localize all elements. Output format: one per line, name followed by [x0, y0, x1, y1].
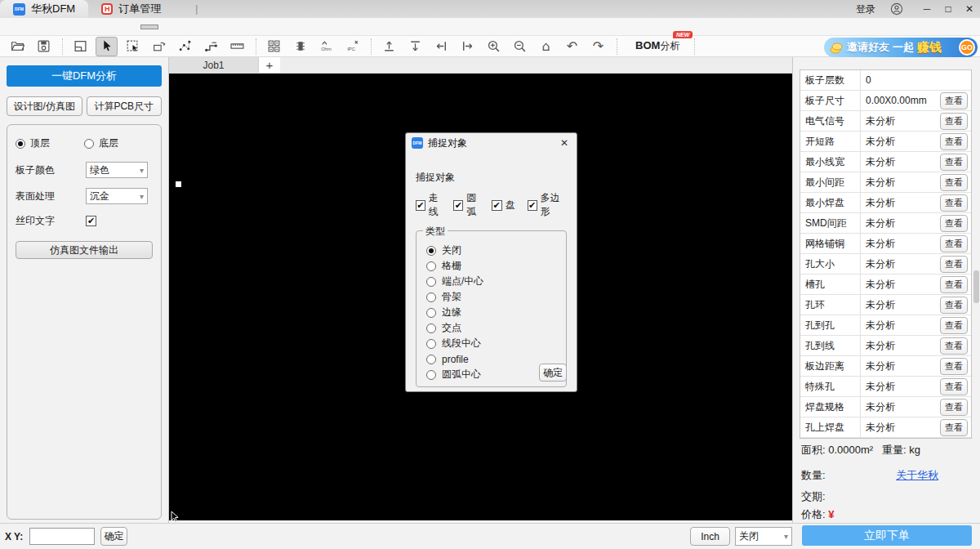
design-sim-button[interactable]: 设计图/仿真图 — [7, 96, 82, 116]
view-button[interactable]: 查看 — [940, 378, 968, 395]
ohm-measure-button[interactable]: Ohm — [315, 37, 337, 56]
transform-button[interactable] — [148, 37, 170, 56]
view-button[interactable]: 查看 — [940, 215, 968, 232]
view-button[interactable]: 查看 — [940, 235, 968, 252]
menu-item[interactable] — [42, 25, 60, 29]
user-icon[interactable] — [890, 2, 903, 16]
view-button[interactable]: 查看 — [940, 174, 968, 191]
flip-right-button[interactable] — [457, 37, 479, 56]
view-button[interactable]: 查看 — [940, 154, 968, 171]
bom-analysis-button[interactable]: BOM分析 NEW — [627, 37, 688, 56]
snap-checkbox[interactable]: ✔ 走线 — [416, 191, 446, 219]
view-button[interactable]: 查看 — [940, 358, 968, 375]
scrollbar-thumb[interactable] — [973, 270, 979, 303]
view-button[interactable]: 查看 — [940, 256, 968, 273]
menu-item[interactable] — [101, 25, 119, 29]
menu-item[interactable] — [180, 25, 198, 29]
view-button[interactable]: 查看 — [940, 399, 968, 416]
dfm-logo-icon: DFM — [13, 3, 25, 16]
open-file-button[interactable] — [7, 37, 29, 56]
zoom-out-button[interactable] — [509, 37, 531, 56]
board-view-button[interactable] — [69, 37, 91, 56]
flip-up-button[interactable] — [378, 37, 400, 56]
xy-confirm-button[interactable]: 确定 — [100, 527, 127, 546]
board-color-select[interactable]: 绿色 ▾ — [86, 162, 148, 178]
panelize-button[interactable] — [263, 37, 285, 56]
menu-item[interactable] — [82, 25, 100, 29]
snap-type-radio[interactable]: 线段中心 — [423, 336, 559, 351]
dfm-analyze-button[interactable]: 一键DFM分析 — [7, 65, 162, 87]
box-select-button[interactable] — [122, 37, 144, 56]
view-button[interactable]: 查看 — [940, 133, 968, 150]
maximize-button[interactable]: □ — [938, 0, 959, 18]
tab-job1[interactable]: Job1 — [169, 57, 259, 73]
save-button[interactable] — [33, 37, 55, 56]
dialog-ok-button[interactable]: 确定 — [539, 364, 567, 382]
view-button[interactable]: 查看 — [940, 337, 968, 355]
menu-item[interactable] — [23, 25, 41, 29]
table-row: 孔环 未分析 查看 — [800, 295, 971, 315]
menu-item[interactable] — [160, 25, 178, 29]
redo-button[interactable]: ↷ — [587, 37, 609, 56]
fit-home-button[interactable]: ⌂ — [535, 37, 557, 56]
go-button[interactable]: GO — [959, 39, 975, 56]
snap-type-radio[interactable]: 端点/中心 — [423, 274, 559, 289]
radio-icon — [426, 324, 436, 333]
surface-finish-select[interactable]: 沉金 ▾ — [86, 188, 148, 204]
snap-type-radio[interactable]: 交点 — [423, 320, 559, 336]
view-button[interactable]: 查看 — [940, 297, 968, 314]
login-button[interactable]: 登录 — [856, 2, 875, 16]
measure-button[interactable] — [226, 37, 248, 56]
bottom-layer-radio[interactable]: 底层 — [84, 136, 153, 150]
xy-input[interactable] — [29, 528, 95, 545]
view-button[interactable]: 查看 — [940, 317, 968, 334]
view-button[interactable]: 查看 — [940, 194, 968, 212]
flip-left-button[interactable] — [430, 37, 452, 56]
view-button[interactable]: 查看 — [940, 113, 968, 130]
view-button[interactable]: 查看 — [940, 276, 968, 293]
sim-output-button[interactable]: 仿真图文件输出 — [16, 241, 153, 259]
ipc-measure-button[interactable]: IPC — [341, 37, 363, 56]
dropdown-value: 关闭 — [739, 529, 759, 543]
snap-checkbox[interactable]: ✔ 盘 — [492, 191, 515, 219]
table-row: 孔到孔 未分析 查看 — [800, 315, 971, 336]
add-job-tab-button[interactable]: + — [259, 57, 280, 73]
price-row: 价格: ¥ — [801, 507, 834, 522]
undo-button[interactable]: ↶ — [561, 37, 583, 56]
component-button[interactable] — [289, 37, 311, 56]
analysis-panel: 板子层数 0 板子尺寸 0.00X0.00mm 查看 电气信号 未分析 查看 开… — [792, 57, 980, 523]
order-now-button[interactable]: 立即下单 — [802, 525, 972, 546]
snap-type-radio[interactable]: 边缘 — [423, 305, 559, 320]
minimize-button[interactable]: ─ — [916, 0, 938, 18]
inch-toggle-button[interactable]: Inch — [690, 527, 730, 546]
route-button[interactable] — [200, 37, 222, 56]
about-huaqiu-link[interactable]: 关于华秋 — [896, 468, 938, 483]
close-button[interactable]: ✕ — [959, 0, 980, 18]
tab-order-management[interactable]: H 订单管理 — [88, 0, 174, 18]
snap-checkbox[interactable]: ✔ 多边形 — [528, 191, 567, 219]
unit-dropdown[interactable]: 关闭 ▾ — [735, 527, 792, 546]
dialog-titlebar[interactable]: DFM 捕捉对象 ✕ — [406, 133, 577, 153]
top-layer-radio[interactable]: 顶层 — [16, 136, 84, 150]
select-cursor-button[interactable] — [96, 37, 118, 56]
snap-type-radio[interactable]: 格栅 — [423, 258, 559, 274]
calc-pcb-size-button[interactable]: 计算PCB尺寸 — [87, 96, 163, 116]
radio-label: 线段中心 — [442, 337, 481, 350]
net-nodes-button[interactable] — [174, 37, 196, 56]
snap-type-radio[interactable]: 骨架 — [423, 289, 559, 305]
tab-huaqiu-dfm[interactable]: DFM 华秋DFM — [0, 0, 88, 18]
flip-down-button[interactable] — [404, 37, 426, 56]
view-button[interactable]: 查看 — [940, 92, 968, 109]
toolbar: Ohm IPC ⌂ ↶ ↷ BOM分析 NEW — [0, 36, 980, 57]
invite-friends-banner[interactable]: 邀请好友 一起 赚钱 GO — [824, 38, 978, 57]
menu-item[interactable] — [3, 25, 21, 29]
snap-type-radio[interactable]: 关闭 — [423, 243, 559, 258]
snap-checkbox[interactable]: ✔ 圆弧 — [453, 191, 483, 219]
zoom-in-button[interactable] — [483, 37, 505, 56]
menu-item[interactable] — [121, 25, 139, 29]
silkscreen-checkbox[interactable]: ✔ — [86, 216, 96, 226]
menu-item[interactable] — [62, 25, 80, 29]
view-button[interactable]: 查看 — [940, 419, 968, 436]
dialog-close-icon[interactable]: ✕ — [558, 137, 571, 149]
menu-item[interactable] — [140, 25, 158, 29]
